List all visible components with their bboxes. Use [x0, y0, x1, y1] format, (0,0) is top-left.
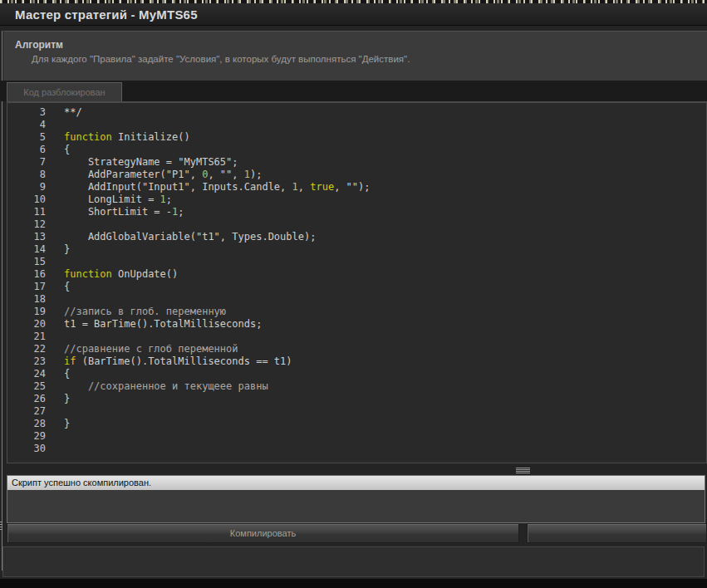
code-line: 22//сравнение с глоб переменной: [7, 343, 706, 355]
code-line: 27: [7, 405, 706, 418]
code-line: 13 AddGlobalVariable("t1", Types.Double)…: [7, 231, 706, 243]
code-line: 28}: [7, 418, 706, 430]
compiler-output-panel: Скрипт успешно скомпилирован.: [7, 475, 705, 523]
dialog-body: Алгоритм Для каждого "Правила" задайте "…: [0, 26, 707, 588]
code-editor[interactable]: 3**/45function Initialize()6{7 StrategyN…: [7, 101, 707, 463]
code-line: 29: [7, 430, 706, 443]
code-line: 24{: [7, 368, 706, 380]
tab-code-unlocked[interactable]: Код разблокирован: [7, 82, 122, 101]
code-line: 26}: [7, 393, 706, 405]
strategy-wizard-window: Мастер стратегий - MyMTS65 Алгоритм Для …: [0, 0, 707, 588]
left-splitter-grip-icon[interactable]: [0, 522, 2, 531]
algorithm-header-panel: Алгоритм Для каждого "Правила" задайте "…: [3, 31, 707, 81]
code-line: 21: [7, 331, 706, 343]
bottom-panel: [2, 546, 705, 577]
code-line: 3**/: [7, 106, 706, 119]
code-line: 15: [7, 256, 706, 268]
bottom-strip: [0, 579, 707, 588]
code-line: 5function Initialize(): [7, 131, 706, 144]
algorithm-title: Алгоритм: [15, 39, 63, 51]
code-line: 9 AddInput("Input1", Inputs.Candle, 1, t…: [7, 181, 706, 194]
code-line: 12: [7, 218, 706, 231]
left-edge-splitter[interactable]: [2, 31, 2, 571]
tab-bar: Код разблокирован: [0, 81, 707, 101]
code-line: 20t1 = BarTime().TotalMilliseconds;: [7, 318, 706, 331]
code-line: 10 LongLimit = 1;: [7, 194, 706, 206]
code-line: 25 //сохраненное и текущеее равны: [7, 380, 706, 393]
window-title: Мастер стратегий - MyMTS65: [0, 7, 198, 22]
code-line: 23if (BarTime().TotalMilliseconds == t1): [7, 355, 706, 368]
compile-button[interactable]: Компилировать: [7, 523, 519, 543]
code-line: 17{: [7, 281, 706, 293]
code-line: 6{: [7, 144, 706, 156]
horizontal-splitter-grip-icon[interactable]: [516, 468, 530, 473]
code-line: 14}: [7, 243, 706, 256]
code-line: 11 ShortLimit = -1;: [7, 206, 706, 218]
secondary-button[interactable]: [527, 523, 707, 543]
code-line: 7 StrategyName = "MyMTS65";: [7, 156, 706, 169]
code-line: 16function OnUpdate(): [7, 268, 706, 281]
code-line: 19//запись в глоб. переменную: [7, 306, 706, 318]
window-titlebar[interactable]: Мастер стратегий - MyMTS65: [0, 3, 707, 26]
code-line: 4: [7, 119, 706, 131]
code-line: 8 AddParameter("P1", 0, "", 1);: [7, 169, 706, 181]
code-line: 18: [7, 293, 706, 306]
algorithm-description: Для каждого "Правила" задайте "Условия",…: [32, 54, 410, 64]
compile-status-message[interactable]: Скрипт успешно скомпилирован.: [7, 476, 705, 490]
code-line: 30: [7, 443, 706, 455]
